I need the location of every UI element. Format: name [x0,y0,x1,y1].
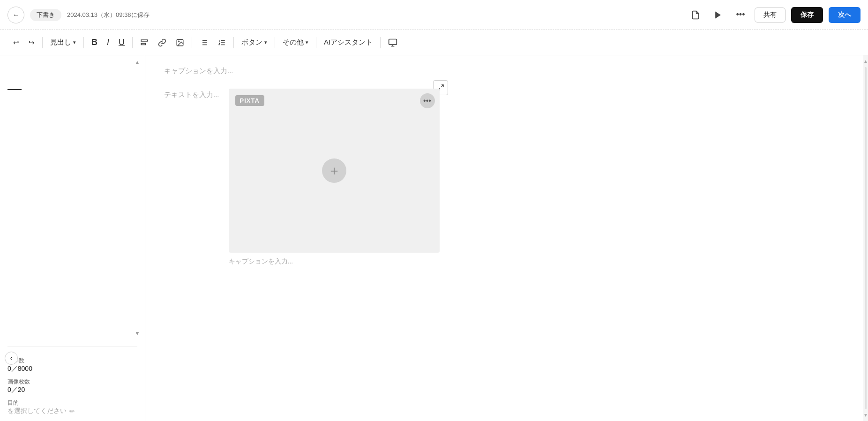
plus-icon: ＋ [328,162,341,180]
save-button[interactable]: 保存 [791,7,823,23]
document-icon-button[interactable] [687,7,704,23]
separator-1 [42,37,43,48]
save-timestamp: 2024.03.13（水）09:38に保存 [67,11,150,19]
svg-point-4 [178,41,179,42]
button-insert-button[interactable]: ボタン ▾ [238,35,271,51]
separator-3 [132,37,133,48]
sidebar-scroll-up-icon[interactable]: ▲ [135,59,140,66]
draft-badge: 下書き [30,9,61,21]
play-icon-button[interactable] [710,7,726,23]
heading-button[interactable]: 見出し ▾ [46,35,80,51]
italic-button[interactable]: I [103,35,113,51]
preview-button[interactable] [384,35,401,51]
next-button[interactable]: 次へ [829,7,861,23]
more-dots-icon: ••• [423,97,431,105]
image-placeholder[interactable]: PIXTA ••• ＋ [229,89,440,253]
right-scrollbar: ▲ ▼ [863,55,868,421]
image-count-value: 0／20 [7,386,137,394]
more-icon-button[interactable]: ••• [732,7,749,23]
other-chevron-icon: ▾ [306,39,308,45]
list-ordered-button[interactable] [214,35,230,51]
editor-toolbar: ↩ ↪ 見出し ▾ B I U [0,30,868,55]
editor-area[interactable]: キャプションを入力... テキストを入力... PIXTA ••• [145,55,863,421]
more-dots-icon: ••• [736,10,745,20]
back-button[interactable]: ← [7,7,24,23]
ai-assistant-button[interactable]: AIアシスタント [320,35,376,51]
svg-rect-2 [141,43,145,45]
collapse-icon: ‹ [10,355,12,361]
redo-button[interactable]: ↪ [25,35,38,51]
caption-bottom-input[interactable]: キャプションを入力... [229,257,440,266]
separator-8 [380,37,381,48]
list-bullet-button[interactable] [196,35,212,51]
image-count-label: 画像枚数 [7,378,137,386]
other-button[interactable]: その他 ▾ [279,35,312,51]
link-button[interactable] [154,35,170,51]
sidebar-scroll-down-icon[interactable]: ▼ [135,330,140,337]
image-insert-button[interactable] [172,35,188,51]
sidebar-divider [7,89,22,90]
separator-5 [233,37,234,48]
svg-rect-14 [389,39,397,45]
separator-7 [316,37,316,48]
purpose-text: を選択してください [7,407,67,415]
caption-top-input[interactable]: キャプションを入力... [164,65,845,77]
svg-marker-0 [715,11,721,18]
scrollbar-track [865,67,867,409]
char-count-label: 文字数 [7,357,137,365]
edit-purpose-icon[interactable]: ✏ [69,407,75,415]
image-block: PIXTA ••• ＋ キャプションを入力... [229,89,440,266]
separator-2 [83,37,84,48]
text-input-area[interactable]: テキストを入力... [164,89,219,101]
purpose-value[interactable]: を選択してください ✏ [7,407,137,415]
underline-button[interactable]: U [115,35,128,51]
image-more-button[interactable]: ••• [420,93,435,108]
heading-chevron-icon: ▾ [73,39,76,45]
collapse-sidebar-button[interactable]: ‹ [5,352,18,365]
undo-button[interactable]: ↩ [9,35,23,51]
add-image-button[interactable]: ＋ [322,158,346,183]
top-nav: ← 下書き 2024.03.13（水）09:38に保存 ••• 共有 保存 次へ [0,0,868,30]
align-button[interactable] [136,35,152,51]
bold-button[interactable]: B [88,35,101,51]
share-button[interactable]: 共有 [755,8,786,23]
separator-6 [275,37,275,48]
button-chevron-icon: ▾ [264,39,267,45]
left-sidebar: ▲ ▼ 文字数 0／8000 画像枚数 0／20 目的 を選択してください ✏ … [0,55,145,421]
sidebar-stats: 文字数 0／8000 画像枚数 0／20 目的 を選択してください ✏ [7,346,137,415]
svg-line-17 [441,85,443,87]
purpose-label: 目的 [7,399,137,407]
back-icon: ← [13,11,19,18]
separator-4 [192,37,192,48]
svg-rect-1 [141,40,148,41]
image-block-wrapper: テキストを入力... PIXTA ••• ＋ [164,89,845,266]
text-column: テキストを入力... [164,89,219,266]
pixta-badge: PIXTA [235,95,264,106]
main-layout: ▲ ▼ 文字数 0／8000 画像枚数 0／20 目的 を選択してください ✏ … [0,55,868,421]
char-count-value: 0／8000 [7,365,137,373]
